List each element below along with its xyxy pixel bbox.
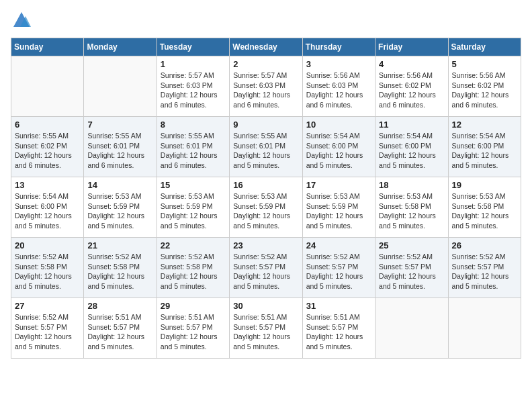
calendar-cell: 7Sunrise: 5:55 AM Sunset: 6:01 PM Daylig…	[84, 117, 157, 177]
day-info: Sunrise: 5:54 AM Sunset: 6:00 PM Dayligh…	[306, 131, 371, 171]
day-info: Sunrise: 5:57 AM Sunset: 6:03 PM Dayligh…	[233, 71, 298, 110]
day-number: 6	[15, 120, 80, 130]
calendar-cell: 21Sunrise: 5:52 AM Sunset: 5:58 PM Dayli…	[84, 238, 157, 298]
weekday-header-thursday: Thursday	[302, 38, 375, 56]
day-number: 18	[379, 180, 444, 190]
day-info: Sunrise: 5:55 AM Sunset: 6:01 PM Dayligh…	[87, 131, 152, 171]
calendar-cell	[84, 56, 157, 117]
calendar-cell: 28Sunrise: 5:51 AM Sunset: 5:57 PM Dayli…	[84, 298, 157, 359]
page-header	[11, 11, 521, 30]
day-info: Sunrise: 5:54 AM Sunset: 6:00 PM Dayligh…	[15, 191, 80, 231]
calendar-cell: 5Sunrise: 5:56 AM Sunset: 6:02 PM Daylig…	[448, 56, 521, 117]
calendar-cell: 4Sunrise: 5:56 AM Sunset: 6:02 PM Daylig…	[375, 56, 448, 117]
day-info: Sunrise: 5:53 AM Sunset: 5:59 PM Dayligh…	[306, 191, 371, 231]
calendar-cell: 16Sunrise: 5:53 AM Sunset: 5:59 PM Dayli…	[230, 177, 302, 238]
calendar-cell: 9Sunrise: 5:55 AM Sunset: 6:01 PM Daylig…	[230, 117, 302, 177]
day-number: 3	[306, 59, 371, 69]
day-info: Sunrise: 5:53 AM Sunset: 5:59 PM Dayligh…	[233, 191, 298, 231]
day-number: 12	[452, 120, 517, 130]
day-number: 14	[87, 180, 152, 190]
day-number: 26	[452, 240, 517, 250]
day-info: Sunrise: 5:56 AM Sunset: 6:02 PM Dayligh…	[379, 71, 444, 110]
weekday-header-row: SundayMondayTuesdayWednesdayThursdayFrid…	[11, 38, 521, 56]
day-info: Sunrise: 5:51 AM Sunset: 5:57 PM Dayligh…	[161, 312, 226, 352]
day-number: 1	[161, 59, 226, 69]
week-row-3: 13Sunrise: 5:54 AM Sunset: 6:00 PM Dayli…	[11, 177, 521, 238]
day-info: Sunrise: 5:52 AM Sunset: 5:58 PM Dayligh…	[15, 252, 80, 291]
day-info: Sunrise: 5:51 AM Sunset: 5:57 PM Dayligh…	[306, 312, 371, 352]
day-number: 17	[306, 180, 371, 190]
calendar-cell: 15Sunrise: 5:53 AM Sunset: 5:59 PM Dayli…	[157, 177, 229, 238]
day-info: Sunrise: 5:55 AM Sunset: 6:01 PM Dayligh…	[233, 131, 298, 171]
calendar-table: SundayMondayTuesdayWednesdayThursdayFrid…	[11, 38, 521, 359]
day-number: 22	[161, 240, 226, 250]
calendar-cell: 29Sunrise: 5:51 AM Sunset: 5:57 PM Dayli…	[157, 298, 229, 359]
day-number: 28	[87, 301, 152, 311]
calendar-cell: 19Sunrise: 5:53 AM Sunset: 5:58 PM Dayli…	[448, 177, 521, 238]
day-info: Sunrise: 5:51 AM Sunset: 5:57 PM Dayligh…	[233, 312, 298, 352]
day-number: 24	[306, 240, 371, 250]
calendar-cell: 23Sunrise: 5:52 AM Sunset: 5:57 PM Dayli…	[230, 238, 302, 298]
calendar-cell: 18Sunrise: 5:53 AM Sunset: 5:58 PM Dayli…	[375, 177, 448, 238]
day-number: 15	[161, 180, 226, 190]
day-info: Sunrise: 5:52 AM Sunset: 5:58 PM Dayligh…	[161, 252, 226, 291]
day-info: Sunrise: 5:52 AM Sunset: 5:57 PM Dayligh…	[379, 252, 444, 291]
calendar-cell: 1Sunrise: 5:57 AM Sunset: 6:03 PM Daylig…	[157, 56, 229, 117]
calendar-cell: 12Sunrise: 5:54 AM Sunset: 6:00 PM Dayli…	[448, 117, 521, 177]
calendar-cell: 11Sunrise: 5:54 AM Sunset: 6:00 PM Dayli…	[375, 117, 448, 177]
calendar-cell	[448, 298, 521, 359]
week-row-2: 6Sunrise: 5:55 AM Sunset: 6:02 PM Daylig…	[11, 117, 521, 177]
day-info: Sunrise: 5:56 AM Sunset: 6:02 PM Dayligh…	[452, 71, 517, 110]
logo	[11, 11, 31, 30]
day-number: 31	[306, 301, 371, 311]
day-number: 9	[233, 120, 298, 130]
day-number: 23	[233, 240, 298, 250]
day-number: 20	[15, 240, 80, 250]
weekday-header-friday: Friday	[375, 38, 448, 56]
weekday-header-tuesday: Tuesday	[157, 38, 229, 56]
weekday-header-monday: Monday	[84, 38, 157, 56]
calendar-cell: 10Sunrise: 5:54 AM Sunset: 6:00 PM Dayli…	[302, 117, 375, 177]
day-info: Sunrise: 5:53 AM Sunset: 5:59 PM Dayligh…	[87, 191, 152, 231]
calendar-cell: 13Sunrise: 5:54 AM Sunset: 6:00 PM Dayli…	[11, 177, 84, 238]
calendar-cell: 24Sunrise: 5:52 AM Sunset: 5:57 PM Dayli…	[302, 238, 375, 298]
day-info: Sunrise: 5:57 AM Sunset: 6:03 PM Dayligh…	[161, 71, 226, 110]
calendar-cell: 20Sunrise: 5:52 AM Sunset: 5:58 PM Dayli…	[11, 238, 84, 298]
day-info: Sunrise: 5:55 AM Sunset: 6:01 PM Dayligh…	[161, 131, 226, 171]
day-number: 16	[233, 180, 298, 190]
calendar-cell: 30Sunrise: 5:51 AM Sunset: 5:57 PM Dayli…	[230, 298, 302, 359]
day-info: Sunrise: 5:52 AM Sunset: 5:57 PM Dayligh…	[15, 312, 80, 352]
calendar-cell: 25Sunrise: 5:52 AM Sunset: 5:57 PM Dayli…	[375, 238, 448, 298]
weekday-header-saturday: Saturday	[448, 38, 521, 56]
day-number: 5	[452, 59, 517, 69]
calendar-cell: 22Sunrise: 5:52 AM Sunset: 5:58 PM Dayli…	[157, 238, 229, 298]
week-row-4: 20Sunrise: 5:52 AM Sunset: 5:58 PM Dayli…	[11, 238, 521, 298]
day-number: 25	[379, 240, 444, 250]
day-number: 2	[233, 59, 298, 69]
calendar-cell: 2Sunrise: 5:57 AM Sunset: 6:03 PM Daylig…	[230, 56, 302, 117]
day-info: Sunrise: 5:53 AM Sunset: 5:58 PM Dayligh…	[452, 191, 517, 231]
day-info: Sunrise: 5:52 AM Sunset: 5:57 PM Dayligh…	[233, 252, 298, 291]
logo-icon	[12, 11, 31, 30]
day-number: 13	[15, 180, 80, 190]
day-number: 10	[306, 120, 371, 130]
day-info: Sunrise: 5:55 AM Sunset: 6:02 PM Dayligh…	[15, 131, 80, 171]
day-info: Sunrise: 5:53 AM Sunset: 5:58 PM Dayligh…	[379, 191, 444, 231]
day-info: Sunrise: 5:52 AM Sunset: 5:58 PM Dayligh…	[87, 252, 152, 291]
calendar-cell: 17Sunrise: 5:53 AM Sunset: 5:59 PM Dayli…	[302, 177, 375, 238]
day-info: Sunrise: 5:56 AM Sunset: 6:03 PM Dayligh…	[306, 71, 371, 110]
calendar-cell: 3Sunrise: 5:56 AM Sunset: 6:03 PM Daylig…	[302, 56, 375, 117]
day-info: Sunrise: 5:52 AM Sunset: 5:57 PM Dayligh…	[452, 252, 517, 291]
week-row-1: 1Sunrise: 5:57 AM Sunset: 6:03 PM Daylig…	[11, 56, 521, 117]
day-number: 4	[379, 59, 444, 69]
day-number: 7	[87, 120, 152, 130]
weekday-header-wednesday: Wednesday	[230, 38, 302, 56]
calendar-cell: 14Sunrise: 5:53 AM Sunset: 5:59 PM Dayli…	[84, 177, 157, 238]
day-number: 30	[233, 301, 298, 311]
calendar-cell: 6Sunrise: 5:55 AM Sunset: 6:02 PM Daylig…	[11, 117, 84, 177]
calendar-cell: 27Sunrise: 5:52 AM Sunset: 5:57 PM Dayli…	[11, 298, 84, 359]
day-info: Sunrise: 5:52 AM Sunset: 5:57 PM Dayligh…	[306, 252, 371, 291]
day-number: 8	[161, 120, 226, 130]
weekday-header-sunday: Sunday	[11, 38, 84, 56]
calendar-cell: 31Sunrise: 5:51 AM Sunset: 5:57 PM Dayli…	[302, 298, 375, 359]
